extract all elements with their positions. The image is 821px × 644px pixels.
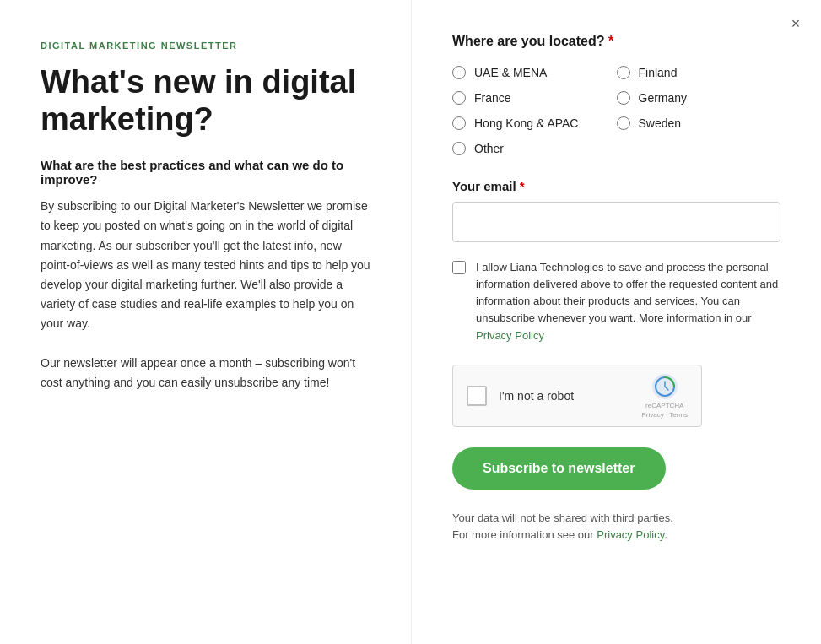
radio-germany[interactable]: Germany (617, 91, 781, 105)
location-question: Where are you located? * (452, 34, 780, 49)
recaptcha-widget[interactable]: I'm not a robot reCAPTCHA Privacy · Term… (452, 365, 702, 427)
radio-input-sweden[interactable] (617, 116, 630, 130)
privacy-notice-line1: Your data will not be shared with third … (452, 510, 780, 527)
consent-text: I allow Liana Technologies to save and p… (476, 259, 780, 344)
recaptcha-logo-icon (651, 373, 678, 400)
radio-label-hongkong: Hong Kong & APAC (474, 116, 578, 130)
consent-area: I allow Liana Technologies to save and p… (452, 259, 780, 344)
body-text: By subscribing to our Digital Marketer's… (41, 197, 370, 333)
radio-label-finland: Finland (639, 66, 678, 79)
radio-label-germany: Germany (639, 91, 688, 105)
radio-input-hongkong[interactable] (452, 116, 466, 130)
radio-finland[interactable]: Finland (617, 66, 781, 79)
email-section: Your email * (452, 179, 780, 259)
right-panel: × Where are you located? * UAE & MENA Fi… (411, 0, 821, 644)
radio-input-france[interactable] (452, 91, 466, 105)
radio-label-sweden: Sweden (639, 116, 682, 130)
email-input[interactable] (452, 202, 780, 242)
radio-input-uae[interactable] (452, 66, 466, 79)
footer-text: Our newsletter will appear once a month … (41, 354, 370, 392)
privacy-notice-line2: For more information see our Privacy Pol… (452, 527, 780, 544)
radio-input-germany[interactable] (617, 91, 630, 105)
recaptcha-links: Privacy · Terms (641, 411, 688, 419)
left-panel: DIGITAL MARKETING NEWSLETTER What's new … (0, 0, 411, 644)
recaptcha-logo-area: reCAPTCHA Privacy · Terms (641, 373, 688, 419)
recaptcha-brand: reCAPTCHA (645, 402, 683, 409)
radio-france[interactable]: France (452, 91, 617, 105)
location-options: UAE & MENA Finland France Germany Hong K… (452, 66, 780, 155)
radio-other[interactable]: Other (452, 142, 617, 155)
recaptcha-checkbox[interactable] (467, 386, 487, 406)
radio-input-finland[interactable] (617, 66, 630, 79)
radio-hongkong[interactable]: Hong Kong & APAC (452, 116, 617, 130)
location-section: Where are you located? * UAE & MENA Finl… (452, 34, 780, 155)
newsletter-label: DIGITAL MARKETING NEWSLETTER (41, 41, 370, 51)
subscribe-button[interactable]: Subscribe to newsletter (452, 447, 666, 490)
close-button[interactable]: × (784, 12, 807, 35)
subtitle: What are the best practices and what can… (41, 158, 370, 187)
consent-checkbox[interactable] (452, 261, 466, 274)
radio-input-other[interactable] (452, 142, 466, 155)
radio-label-other: Other (474, 142, 504, 155)
consent-privacy-link[interactable]: Privacy Policy (476, 329, 544, 342)
radio-uae-mena[interactable]: UAE & MENA (452, 66, 617, 79)
radio-label-france: France (474, 91, 511, 105)
main-title: What's new in digital marketing? (41, 64, 370, 138)
privacy-policy-link[interactable]: Privacy Policy (597, 528, 664, 541)
radio-sweden[interactable]: Sweden (617, 116, 781, 130)
recaptcha-label: I'm not a robot (499, 389, 629, 403)
privacy-notice: Your data will not be shared with third … (452, 510, 780, 544)
email-label: Your email * (452, 179, 780, 193)
radio-label-uae: UAE & MENA (474, 66, 547, 79)
